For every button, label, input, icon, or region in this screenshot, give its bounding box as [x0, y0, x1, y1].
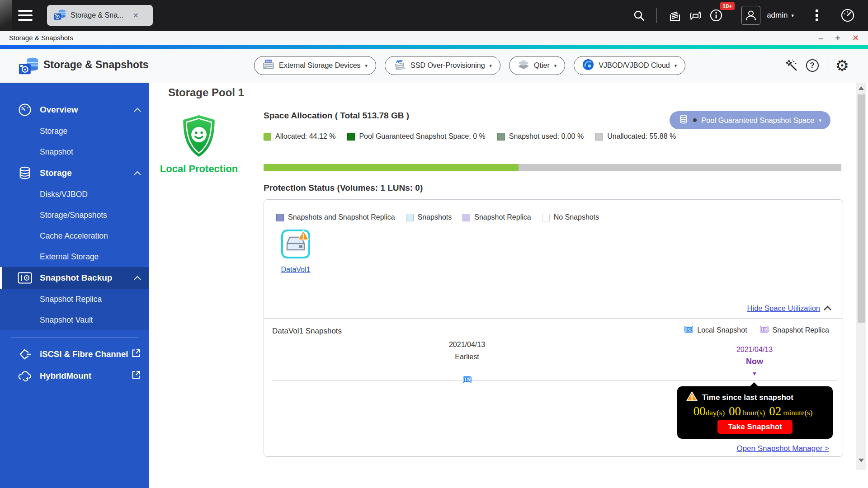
main-panel: Storage Pool 1 Local Protection Sp: [149, 83, 854, 488]
app-tab-storage-snapshots[interactable]: Storage & Sna... ✕: [47, 5, 153, 26]
open-snapshot-manager-link[interactable]: Open Snapshot Manager >: [736, 444, 829, 453]
legend-label: Snapshots: [418, 213, 452, 221]
sidebar: Overview Storage Snapshot Storage Disks/…: [0, 83, 149, 488]
legend-label: Snapshot Replica: [773, 326, 829, 334]
tier-layers-icon: [518, 60, 529, 72]
sidebar-item-label: HybridMount: [40, 371, 91, 381]
dropdown-vjbod[interactable]: VJBOD/VJBOD Cloud ▾: [574, 56, 685, 75]
notification-badge: 10+: [720, 2, 735, 10]
question-mark: ?: [810, 61, 814, 70]
chevron-down-icon: ▾: [819, 117, 821, 123]
dropdown-qtier[interactable]: Qtier ▾: [509, 56, 565, 75]
cloud-mount-icon: [17, 370, 33, 382]
sidebar-item-external-storage[interactable]: External Storage: [0, 246, 149, 267]
dropdown-ssd-over-provisioning[interactable]: SSD Over-Provisioning ▾: [385, 56, 500, 75]
sidebar-item-cache-acceleration[interactable]: Cache Acceleration: [0, 225, 149, 246]
search-icon[interactable]: [628, 5, 649, 26]
minutes-unit: minute(s): [783, 408, 812, 417]
close-icon[interactable]: ✕: [852, 34, 859, 42]
legend-swatch: [462, 214, 470, 221]
legend-swatch: [595, 133, 603, 141]
scroll-down-arrow[interactable]: [859, 459, 864, 462]
tooltip-title: Time since last snapshot: [702, 393, 793, 402]
scrollbar-track[interactable]: [856, 83, 866, 470]
user-avatar[interactable]: [741, 6, 760, 25]
sidebar-item-disks-vjbod[interactable]: Disks/VJBOD: [0, 184, 149, 205]
snapshot-marker-icon[interactable]: [463, 376, 472, 385]
user-menu[interactable]: admin ▾: [767, 11, 794, 20]
legend-label: Snapshot Replica: [474, 213, 531, 221]
earliest-date: 2021/04/13: [426, 338, 508, 351]
sidebar-item-snapshot-backup[interactable]: Snapshot Backup: [0, 267, 149, 289]
settings-gear-icon[interactable]: ⚙: [835, 58, 849, 73]
sidebar-item-iscsi-fibre-channel[interactable]: iSCSI & Fibre Channel: [0, 343, 149, 365]
sidebar-item-label: Snapshot: [40, 147, 73, 157]
space-allocation-bar: [264, 164, 841, 171]
vjbod-gem-icon: [582, 59, 594, 72]
qnap-desktop: Storage & Sna... ✕: [0, 0, 868, 488]
warning-icon: [297, 230, 309, 243]
main-menu-button[interactable]: [18, 7, 38, 23]
minimize-icon[interactable]: –: [818, 33, 823, 42]
volume-tile-datavol1[interactable]: [281, 230, 310, 258]
local-snapshot-icon: [684, 326, 693, 334]
help-icon[interactable]: ?: [806, 59, 819, 72]
external-device-sync-icon[interactable]: [685, 5, 706, 26]
window-title: Storage & Snapshots: [9, 34, 73, 42]
sidebar-item-storage-overview[interactable]: Storage: [0, 121, 149, 141]
earliest-label: Earliest: [426, 351, 508, 363]
timeline-now: 2021/04/13 Now: [714, 344, 795, 367]
days-unit: day(s): [706, 408, 725, 417]
dropdown-label: SSD Over-Provisioning: [410, 61, 485, 70]
now-label: Now: [714, 356, 795, 367]
resource-monitor-icon[interactable]: [837, 5, 858, 26]
hours-value: 00: [729, 404, 741, 418]
hide-space-utilization-link[interactable]: Hide Space Utilization: [747, 304, 832, 313]
tab-close-icon[interactable]: ✕: [132, 11, 138, 20]
take-snapshot-button[interactable]: Take Snapshot: [717, 420, 793, 434]
scrollbar-thumb[interactable]: [858, 94, 865, 323]
allocated-fill: [264, 164, 519, 171]
snapshot-replica-icon: [760, 326, 769, 334]
divider: [734, 8, 734, 23]
legend-swatch: [542, 214, 550, 221]
maximize-icon[interactable]: +: [835, 33, 840, 42]
space-allocation-title: Space Allocation ( Total 513.78 GB ): [264, 111, 409, 121]
chevron-down-icon: ▾: [365, 63, 368, 69]
more-options-icon[interactable]: [807, 9, 827, 21]
scroll-up-arrow[interactable]: [859, 86, 864, 90]
recommended-tools-icon[interactable]: [784, 59, 798, 72]
sidebar-item-snapshot-vault[interactable]: Snapshot Vault: [0, 310, 149, 330]
page-title: Storage & Snapshots: [43, 59, 149, 71]
sidebar-item-snapshot-replica[interactable]: Snapshot Replica: [0, 289, 149, 310]
legend-label: Allocated: 44.12 %: [275, 132, 335, 141]
divider: [656, 8, 657, 23]
legend-swatch: [264, 133, 271, 141]
sidebar-item-hybridmount[interactable]: HybridMount: [0, 365, 149, 387]
background-tasks-icon[interactable]: [664, 5, 685, 26]
external-link-icon: [131, 348, 141, 361]
storage-app-icon: [18, 55, 39, 78]
dropdown-external-storage-devices[interactable]: RAID External Storage Devices ▾: [254, 56, 376, 75]
volume-link[interactable]: DataVol1: [272, 266, 319, 274]
sidebar-item-storage[interactable]: Storage: [0, 162, 149, 184]
time-since-snapshot: 00day(s)00 hour(s)02 minute(s): [677, 404, 833, 418]
allocated-fill-color: [264, 164, 519, 171]
snapshots-timeline-section: DataVol1 Snapshots Lo: [264, 319, 843, 457]
sidebar-item-snapshot-overview[interactable]: Snapshot: [0, 141, 149, 162]
legend-item: Pool Guaranteed Snapshot Space: 0 %: [347, 132, 485, 141]
notifications-icon[interactable]: 10+: [706, 5, 726, 26]
hide-link-label: Hide Space Utilization: [747, 304, 820, 313]
snapshot-space-selector[interactable]: Pool Guaranteed Snapshot Space ▾: [670, 111, 830, 129]
legend-item: Allocated: 44.12 %: [264, 132, 335, 141]
app-header: Storage & Snapshots RAID External Storag…: [0, 49, 868, 83]
sidebar-item-label: External Storage: [40, 252, 99, 262]
external-link-icon: [131, 370, 141, 382]
topbar-actions: 10+ admin ▾: [628, 5, 868, 26]
chevron-down-icon: ▾: [675, 63, 677, 69]
sidebar-item-overview[interactable]: Overview: [0, 99, 149, 121]
legend-swatch: [347, 133, 355, 141]
header-dropdowns: RAID External Storage Devices ▾: [254, 56, 685, 75]
chevron-up-icon: [823, 305, 832, 313]
sidebar-item-storage-snapshots[interactable]: Storage/Snapshots: [0, 205, 149, 225]
